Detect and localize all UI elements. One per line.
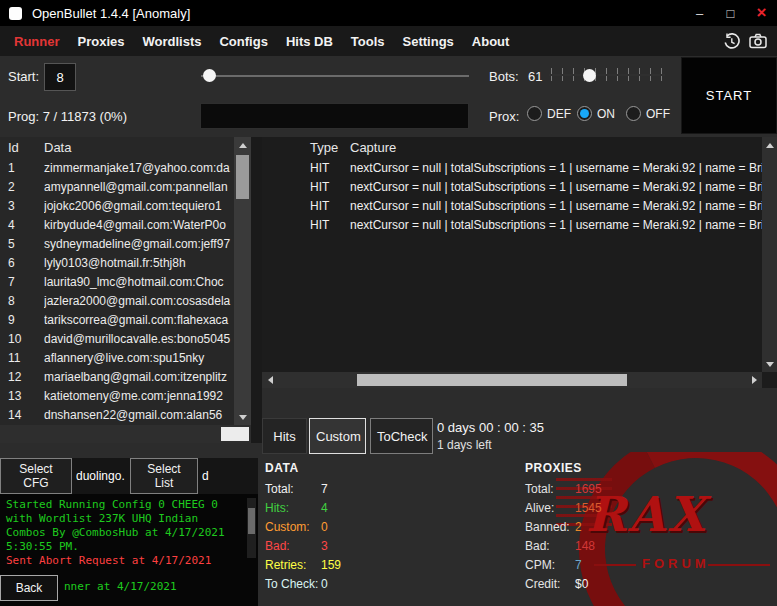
scrollbar-thumb[interactable] <box>248 508 255 534</box>
combo-row[interactable]: 2amypannell@gmail.com:pannellan <box>0 178 234 197</box>
minimize-button[interactable]: – <box>684 0 715 26</box>
bots-slider-thumb[interactable] <box>583 69 596 82</box>
scroll-right-icon[interactable] <box>746 372 762 388</box>
stat-label: Total: <box>265 480 321 499</box>
stat-value: $0 <box>575 577 588 591</box>
start-count-input[interactable] <box>44 63 76 91</box>
slider-track[interactable] <box>549 74 665 76</box>
stat-value: 1545 <box>575 501 602 515</box>
proxy-mode-on-radio[interactable]: ON <box>577 106 615 121</box>
stat-value: 2 <box>575 520 582 534</box>
column-header-capture[interactable]: Capture <box>350 140 396 155</box>
scroll-down-icon[interactable] <box>234 409 251 425</box>
stat-value: 7 <box>321 482 328 496</box>
scrollbar-thumb[interactable] <box>357 374 627 386</box>
combo-vertical-scrollbar[interactable] <box>234 137 251 425</box>
hit-row[interactable]: HITnextCursor = null | totalSubscription… <box>262 216 762 235</box>
screenshot-camera-icon[interactable] <box>749 33 767 49</box>
stat-value: 7 <box>575 558 582 572</box>
hit-row[interactable]: HITnextCursor = null | totalSubscription… <box>262 159 762 178</box>
combo-row[interactable]: 1zimmermanjake17@yahoo.com:da <box>0 159 234 178</box>
menu-hitsdb[interactable]: Hits DB <box>277 34 342 49</box>
combo-row[interactable]: 4kirbydude4@gmail.com:WaterP0o <box>0 216 234 235</box>
start-slider[interactable] <box>201 69 469 83</box>
column-header-id[interactable]: Id <box>8 140 19 155</box>
crax-logo-text: RAX <box>586 486 706 542</box>
scrollbar-thumb[interactable] <box>236 155 249 199</box>
scroll-up-icon[interactable] <box>762 137 777 153</box>
results-vertical-scrollbar[interactable] <box>762 137 777 372</box>
hit-row[interactable]: HITnextCursor = null | totalSubscription… <box>262 197 762 216</box>
menu-wordlists[interactable]: Wordlists <box>133 34 210 49</box>
menu-runner[interactable]: Runner <box>5 34 69 49</box>
combo-data: amypannell@gmail.com:pannellan <box>44 178 234 197</box>
combo-horizontal-scrollbar[interactable] <box>0 425 251 443</box>
select-wordlist-button[interactable]: Select List <box>130 458 198 494</box>
tab-tocheck[interactable]: ToCheck <box>370 418 433 454</box>
maximize-button[interactable]: □ <box>715 0 746 26</box>
menu-settings[interactable]: Settings <box>394 34 463 49</box>
combo-row[interactable]: 6lyly0103@hotmail.fr:5thj8h <box>0 254 234 273</box>
stat-row-hits: Hits:4 <box>265 499 341 518</box>
prox-label: Prox: <box>489 109 519 124</box>
tab-hits[interactable]: Hits <box>262 418 307 454</box>
stat-label: Custom: <box>265 518 321 537</box>
menu-tools[interactable]: Tools <box>342 34 394 49</box>
tab-custom[interactable]: Custom <box>309 418 366 454</box>
combo-id: 10 <box>0 330 44 349</box>
combo-row[interactable]: 9tarikscorrea@gmail.com:flahexaca <box>0 311 234 330</box>
hit-row[interactable]: HITnextCursor = null | totalSubscription… <box>262 178 762 197</box>
combo-row[interactable]: 11aflannery@live.com:spu15nky <box>0 349 234 368</box>
ocr-rate-input[interactable] <box>200 103 469 129</box>
scroll-down-icon[interactable] <box>762 356 777 372</box>
proxy-mode-off-radio[interactable]: OFF <box>626 106 670 121</box>
bots-slider[interactable] <box>549 67 665 83</box>
stat-row-retries: Retries:159 <box>265 556 341 575</box>
slider-track[interactable] <box>201 75 469 77</box>
bots-label: Bots: <box>489 69 519 84</box>
close-button[interactable]: × <box>746 0 777 26</box>
select-config-button[interactable]: Select CFG <box>0 458 72 494</box>
combo-row[interactable]: 13katietomeny@me.com:jenna1992 <box>0 387 234 406</box>
menu-about[interactable]: About <box>463 34 519 49</box>
radio-icon-selected <box>577 106 592 121</box>
stat-label: Bad: <box>525 537 575 556</box>
stat-value: 0 <box>321 520 328 534</box>
start-button[interactable]: START <box>681 57 777 134</box>
progress-label: Prog: 7 / 11873 (0%) <box>8 109 127 124</box>
start-slider-thumb[interactable] <box>203 69 216 82</box>
combo-data: katietomeny@me.com:jenna1992 <box>44 387 234 406</box>
window-title: OpenBullet 1.4.4 [Anomaly] <box>32 6 190 21</box>
scroll-up-icon[interactable] <box>234 137 251 153</box>
stat-value: 0 <box>321 577 328 591</box>
combo-data: david@murillocavalle.es:bono5045 <box>44 330 234 349</box>
back-button[interactable]: Back <box>0 575 58 601</box>
scroll-left-icon[interactable] <box>262 372 278 388</box>
combo-data: zimmermanjake17@yahoo.com:da <box>44 159 234 178</box>
radio-label: ON <box>597 107 615 121</box>
selected-wordlist-name: d <box>202 458 254 494</box>
combo-list-panel: Id Data 1zimmermanjake17@yahoo.com:da 2a… <box>0 137 251 425</box>
radio-icon <box>527 106 542 121</box>
stat-label: Retries: <box>265 556 321 575</box>
menu-proxies[interactable]: Proxies <box>69 34 134 49</box>
history-icon[interactable] <box>723 33 740 50</box>
combo-data: laurita90_lmc@hotmail.com:Choc <box>44 273 234 292</box>
log-scrollbar[interactable] <box>247 498 256 558</box>
column-header-data[interactable]: Data <box>44 140 71 155</box>
combo-row[interactable]: 8jazlera2000@gmail.com:cosasdela <box>0 292 234 311</box>
combo-row[interactable]: 7laurita90_lmc@hotmail.com:Choc <box>0 273 234 292</box>
combo-row[interactable]: 14dnshansen22@gmail.com:alan56 <box>0 406 234 425</box>
combo-row[interactable]: 5sydneymadeline@gmail.com:jeff97 <box>0 235 234 254</box>
stat-label: Bad: <box>265 537 321 556</box>
menu-configs[interactable]: Configs <box>210 34 276 49</box>
column-header-type[interactable]: Type <box>310 140 338 155</box>
scrollbar-thumb[interactable] <box>221 427 249 441</box>
combo-row[interactable]: 12mariaelbang@gmail.com:itzenplitz <box>0 368 234 387</box>
combo-id: 2 <box>0 178 44 197</box>
results-horizontal-scrollbar[interactable] <box>262 372 762 388</box>
combo-row[interactable]: 10david@murillocavalle.es:bono5045 <box>0 330 234 349</box>
combo-row[interactable]: 3jojokc2006@gmail.com:tequiero1 <box>0 197 234 216</box>
stat-row-total: Total:1695 <box>525 480 602 499</box>
proxy-mode-def-radio[interactable]: DEF <box>527 106 571 121</box>
